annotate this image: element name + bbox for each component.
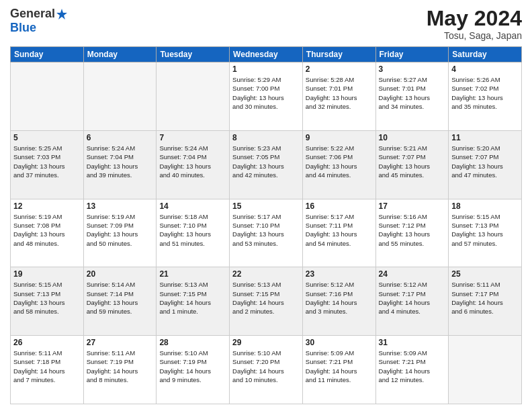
- day-info: Sunrise: 5:09 AM Sunset: 7:21 PM Dayligh…: [306, 349, 373, 384]
- header-row: Sunday Monday Tuesday Wednesday Thursday…: [11, 47, 522, 62]
- table-row: [83, 62, 157, 131]
- header-wednesday: Wednesday: [230, 47, 303, 62]
- table-row: [449, 336, 522, 404]
- location: Tosu, Saga, Japan: [427, 30, 522, 41]
- logo: General Blue: [10, 7, 69, 35]
- day-number: 23: [306, 269, 373, 279]
- table-row: 21Sunrise: 5:13 AM Sunset: 7:15 PM Dayli…: [157, 267, 230, 336]
- header-saturday: Saturday: [449, 47, 522, 62]
- table-row: 11Sunrise: 5:20 AM Sunset: 7:07 PM Dayli…: [449, 130, 522, 199]
- day-info: Sunrise: 5:09 AM Sunset: 7:21 PM Dayligh…: [379, 349, 446, 384]
- day-info: Sunrise: 5:24 AM Sunset: 7:04 PM Dayligh…: [159, 144, 226, 179]
- day-info: Sunrise: 5:20 AM Sunset: 7:07 PM Dayligh…: [451, 144, 519, 179]
- table-row: 5Sunrise: 5:25 AM Sunset: 7:03 PM Daylig…: [11, 130, 84, 199]
- day-number: 30: [306, 338, 373, 347]
- day-info: Sunrise: 5:16 AM Sunset: 7:12 PM Dayligh…: [379, 212, 446, 248]
- day-number: 29: [232, 338, 300, 347]
- day-number: 15: [232, 201, 300, 211]
- day-info: Sunrise: 5:21 AM Sunset: 7:07 PM Dayligh…: [379, 144, 446, 179]
- table-row: 7Sunrise: 5:24 AM Sunset: 7:04 PM Daylig…: [157, 130, 230, 199]
- table-row: [11, 62, 84, 131]
- table-row: 9Sunrise: 5:22 AM Sunset: 7:06 PM Daylig…: [302, 130, 375, 199]
- table-row: 24Sunrise: 5:12 AM Sunset: 7:17 PM Dayli…: [375, 267, 449, 336]
- day-number: 11: [451, 133, 519, 142]
- day-info: Sunrise: 5:10 AM Sunset: 7:19 PM Dayligh…: [159, 349, 226, 384]
- day-number: 31: [379, 338, 446, 347]
- table-row: 15Sunrise: 5:17 AM Sunset: 7:10 PM Dayli…: [230, 199, 303, 267]
- day-info: Sunrise: 5:11 AM Sunset: 7:18 PM Dayligh…: [13, 349, 81, 384]
- table-row: 12Sunrise: 5:19 AM Sunset: 7:08 PM Dayli…: [11, 199, 84, 267]
- day-number: 18: [451, 201, 519, 211]
- day-number: 26: [13, 338, 81, 347]
- table-row: 3Sunrise: 5:27 AM Sunset: 7:01 PM Daylig…: [375, 62, 449, 131]
- day-info: Sunrise: 5:11 AM Sunset: 7:17 PM Dayligh…: [451, 280, 519, 316]
- table-row: 4Sunrise: 5:26 AM Sunset: 7:02 PM Daylig…: [449, 62, 522, 131]
- day-number: 3: [379, 64, 446, 74]
- day-info: Sunrise: 5:13 AM Sunset: 7:15 PM Dayligh…: [159, 280, 226, 316]
- header-sunday: Sunday: [11, 47, 84, 62]
- header-tuesday: Tuesday: [157, 47, 230, 62]
- day-info: Sunrise: 5:23 AM Sunset: 7:05 PM Dayligh…: [232, 144, 300, 179]
- day-number: 7: [159, 133, 226, 142]
- day-number: 4: [451, 64, 519, 74]
- day-number: 12: [13, 201, 81, 211]
- day-number: 25: [451, 269, 519, 279]
- day-info: Sunrise: 5:12 AM Sunset: 7:16 PM Dayligh…: [306, 280, 373, 316]
- day-info: Sunrise: 5:22 AM Sunset: 7:06 PM Dayligh…: [306, 144, 373, 179]
- day-number: 16: [306, 201, 373, 211]
- day-info: Sunrise: 5:17 AM Sunset: 7:10 PM Dayligh…: [232, 212, 300, 248]
- day-number: 14: [159, 201, 226, 211]
- month-title: May 2024: [427, 7, 522, 30]
- day-info: Sunrise: 5:24 AM Sunset: 7:04 PM Dayligh…: [87, 144, 154, 179]
- day-number: 1: [232, 64, 300, 74]
- table-row: 25Sunrise: 5:11 AM Sunset: 7:17 PM Dayli…: [449, 267, 522, 336]
- page: General Blue May 2024 Tosu, Saga, Japan …: [0, 0, 532, 411]
- table-row: 8Sunrise: 5:23 AM Sunset: 7:05 PM Daylig…: [230, 130, 303, 199]
- day-number: 17: [379, 201, 446, 211]
- table-row: 22Sunrise: 5:13 AM Sunset: 7:15 PM Dayli…: [230, 267, 303, 336]
- table-row: 26Sunrise: 5:11 AM Sunset: 7:18 PM Dayli…: [11, 336, 84, 404]
- day-info: Sunrise: 5:26 AM Sunset: 7:02 PM Dayligh…: [451, 75, 519, 111]
- table-row: 1Sunrise: 5:29 AM Sunset: 7:00 PM Daylig…: [230, 62, 303, 131]
- table-row: 6Sunrise: 5:24 AM Sunset: 7:04 PM Daylig…: [83, 130, 157, 199]
- table-row: 23Sunrise: 5:12 AM Sunset: 7:16 PM Dayli…: [302, 267, 375, 336]
- day-info: Sunrise: 5:12 AM Sunset: 7:17 PM Dayligh…: [379, 280, 446, 316]
- day-info: Sunrise: 5:15 AM Sunset: 7:13 PM Dayligh…: [13, 280, 81, 316]
- day-number: 13: [87, 201, 154, 211]
- day-number: 28: [159, 338, 226, 347]
- table-row: 13Sunrise: 5:19 AM Sunset: 7:09 PM Dayli…: [83, 199, 157, 267]
- table-row: 31Sunrise: 5:09 AM Sunset: 7:21 PM Dayli…: [375, 336, 449, 404]
- day-number: 21: [159, 269, 226, 279]
- table-row: 16Sunrise: 5:17 AM Sunset: 7:11 PM Dayli…: [302, 199, 375, 267]
- day-number: 8: [232, 133, 300, 142]
- day-info: Sunrise: 5:13 AM Sunset: 7:15 PM Dayligh…: [232, 280, 300, 316]
- table-row: 19Sunrise: 5:15 AM Sunset: 7:13 PM Dayli…: [11, 267, 84, 336]
- day-number: 20: [87, 269, 154, 279]
- table-row: 20Sunrise: 5:14 AM Sunset: 7:14 PM Dayli…: [83, 267, 157, 336]
- table-row: 18Sunrise: 5:15 AM Sunset: 7:13 PM Dayli…: [449, 199, 522, 267]
- table-row: [157, 62, 230, 131]
- day-info: Sunrise: 5:28 AM Sunset: 7:01 PM Dayligh…: [306, 75, 373, 111]
- svg-marker-0: [56, 9, 67, 19]
- day-info: Sunrise: 5:11 AM Sunset: 7:19 PM Dayligh…: [87, 349, 154, 384]
- table-row: 30Sunrise: 5:09 AM Sunset: 7:21 PM Dayli…: [302, 336, 375, 404]
- header-friday: Friday: [375, 47, 449, 62]
- header-monday: Monday: [83, 47, 157, 62]
- day-number: 10: [379, 133, 446, 142]
- table-row: 29Sunrise: 5:10 AM Sunset: 7:20 PM Dayli…: [230, 336, 303, 404]
- table-row: 14Sunrise: 5:18 AM Sunset: 7:10 PM Dayli…: [157, 199, 230, 267]
- day-number: 9: [306, 133, 373, 142]
- day-info: Sunrise: 5:18 AM Sunset: 7:10 PM Dayligh…: [159, 212, 226, 248]
- day-info: Sunrise: 5:19 AM Sunset: 7:08 PM Dayligh…: [13, 212, 81, 248]
- day-info: Sunrise: 5:14 AM Sunset: 7:14 PM Dayligh…: [87, 280, 154, 316]
- table-row: 17Sunrise: 5:16 AM Sunset: 7:12 PM Dayli…: [375, 199, 449, 267]
- day-number: 27: [87, 338, 154, 347]
- day-info: Sunrise: 5:27 AM Sunset: 7:01 PM Dayligh…: [379, 75, 446, 111]
- day-number: 2: [306, 64, 373, 74]
- day-info: Sunrise: 5:19 AM Sunset: 7:09 PM Dayligh…: [87, 212, 154, 248]
- logo-flag-icon: [56, 8, 68, 20]
- header-thursday: Thursday: [302, 47, 375, 62]
- table-row: 10Sunrise: 5:21 AM Sunset: 7:07 PM Dayli…: [375, 130, 449, 199]
- day-number: 24: [379, 269, 446, 279]
- logo-general-text: General: [10, 7, 55, 21]
